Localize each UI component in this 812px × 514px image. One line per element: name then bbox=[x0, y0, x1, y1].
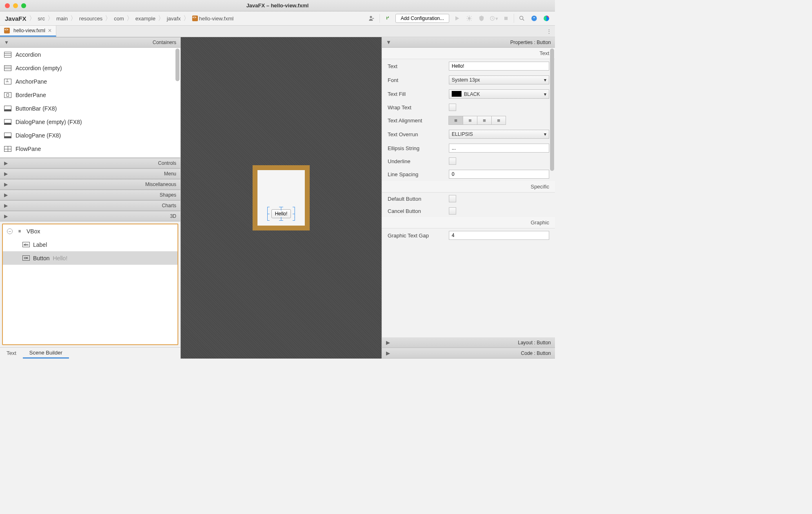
editor-tab[interactable]: hello-view.fxml ✕ bbox=[0, 26, 56, 37]
search-icon[interactable] bbox=[517, 14, 526, 23]
shapes-section-header[interactable]: ▶Shapes bbox=[0, 190, 180, 200]
container-item[interactable]: FlowPane bbox=[0, 142, 180, 155]
breadcrumb-item[interactable]: resources bbox=[78, 16, 103, 22]
prop-label: Wrap Text bbox=[388, 104, 445, 111]
container-item[interactable]: Accordion bbox=[0, 48, 180, 61]
containers-section-header[interactable]: ▼Containers bbox=[0, 37, 180, 48]
breadcrumb-root[interactable]: JavaFX bbox=[4, 15, 27, 22]
section-text-title: Text bbox=[382, 48, 555, 59]
text-mode-tab[interactable]: Text bbox=[0, 348, 23, 359]
prop-label: Graphic Text Gap bbox=[388, 233, 445, 239]
prop-label: Text Alignment bbox=[388, 117, 445, 124]
3d-section-header[interactable]: ▶3D bbox=[0, 211, 180, 222]
run-icon[interactable] bbox=[453, 14, 461, 23]
charts-section-header[interactable]: ▶Charts bbox=[0, 200, 180, 211]
controls-section-header[interactable]: ▶Controls bbox=[0, 158, 180, 168]
main-area: ▼Containers Accordion Accordion (empty) … bbox=[0, 37, 555, 359]
vbox-icon: ☰ bbox=[16, 228, 23, 234]
container-item[interactable]: AnchorPane bbox=[0, 75, 180, 88]
breadcrumb-item[interactable]: javafx bbox=[166, 16, 182, 22]
container-item[interactable]: BorderPane bbox=[0, 88, 180, 102]
tree-node-vbox[interactable]: – ☰ VBox bbox=[3, 224, 177, 238]
prop-label: Cancel Button bbox=[388, 208, 445, 214]
scrollbar[interactable] bbox=[550, 49, 554, 171]
user-icon[interactable] bbox=[367, 14, 376, 23]
fxml-file-icon bbox=[4, 28, 10, 33]
text-overrun-dropdown[interactable]: ELLIPSIS▾ bbox=[449, 130, 549, 139]
containers-list: Accordion Accordion (empty) AnchorPane B… bbox=[0, 48, 180, 158]
borderpane-icon bbox=[4, 92, 11, 98]
chevron-right-icon: ▶ bbox=[4, 171, 9, 177]
chevron-right-icon: ▶ bbox=[4, 182, 9, 187]
debug-icon[interactable] bbox=[465, 14, 474, 23]
underline-checkbox[interactable] bbox=[449, 157, 456, 165]
sync-icon[interactable] bbox=[530, 14, 539, 23]
breadcrumb: JavaFX 〉 src 〉 main 〉 resources 〉 com 〉 … bbox=[4, 14, 234, 23]
container-item[interactable]: DialogPane (FX8) bbox=[0, 128, 180, 142]
ellipsis-input[interactable] bbox=[449, 144, 549, 153]
run-config-button[interactable]: Add Configuration... bbox=[395, 14, 449, 23]
align-justify-button[interactable]: ≡ bbox=[491, 116, 506, 125]
code-header[interactable]: ▶Code : Button bbox=[382, 348, 555, 359]
text-input[interactable] bbox=[449, 62, 549, 71]
chevron-right-icon: 〉 bbox=[183, 14, 190, 23]
svg-point-0 bbox=[370, 16, 372, 18]
breadcrumb-item[interactable]: com bbox=[113, 16, 125, 22]
breadcrumb-item[interactable]: src bbox=[37, 16, 46, 22]
collapse-icon[interactable]: – bbox=[7, 228, 13, 234]
default-button-checkbox[interactable] bbox=[449, 195, 456, 202]
scrollbar[interactable] bbox=[175, 49, 180, 81]
editor-tabbar: hello-view.fxml ✕ ⋮ bbox=[0, 26, 555, 37]
prop-label: Font bbox=[388, 77, 445, 83]
align-left-button[interactable]: ≡ bbox=[448, 116, 463, 125]
breadcrumb-item[interactable]: example bbox=[135, 16, 156, 22]
breadcrumb-file[interactable]: hello-view.fxml bbox=[191, 16, 235, 22]
scene-builder-tab[interactable]: Scene Builder bbox=[23, 348, 69, 359]
chevron-right-icon: 〉 bbox=[105, 14, 111, 23]
preview-button[interactable]: Hello! bbox=[271, 209, 291, 218]
chevron-right-icon: 〉 bbox=[29, 14, 35, 23]
text-fill-dropdown[interactable]: BLACK▾ bbox=[449, 89, 549, 99]
minimize-window-icon[interactable] bbox=[13, 3, 18, 8]
stop-icon[interactable] bbox=[501, 14, 510, 23]
tree-node-label[interactable]: abc Label bbox=[3, 238, 177, 251]
font-dropdown[interactable]: System 13px▾ bbox=[449, 75, 549, 84]
chevron-down-icon: ▾ bbox=[544, 77, 546, 83]
container-item[interactable]: GridPane bbox=[0, 155, 180, 158]
design-canvas[interactable]: ┌┬┐ ├┤ └┴┘ Hello! bbox=[181, 37, 382, 359]
section-graphic-title: Graphic bbox=[382, 217, 555, 228]
maximize-window-icon[interactable] bbox=[21, 3, 26, 8]
tree-node-button[interactable]: OK Button Hello! bbox=[3, 251, 177, 265]
cancel-button-checkbox[interactable] bbox=[449, 207, 456, 215]
coverage-icon[interactable] bbox=[477, 14, 486, 23]
buttonbar-icon bbox=[4, 106, 11, 111]
preview-vbox[interactable]: ┌┬┐ ├┤ └┴┘ Hello! bbox=[257, 170, 305, 226]
label-icon: abc bbox=[22, 242, 30, 247]
ide-icon[interactable] bbox=[542, 14, 551, 23]
misc-section-header[interactable]: ▶Miscellaneous bbox=[0, 179, 180, 190]
close-window-icon[interactable] bbox=[5, 3, 10, 8]
chevron-right-icon: 〉 bbox=[158, 14, 164, 23]
tabbar-menu-icon[interactable]: ⋮ bbox=[543, 26, 555, 37]
breadcrumb-item[interactable]: main bbox=[55, 16, 69, 22]
build-icon[interactable] bbox=[383, 14, 392, 23]
properties-header[interactable]: ▼Properties : Button bbox=[382, 37, 555, 48]
container-item[interactable]: DialogPane (empty) (FX8) bbox=[0, 115, 180, 128]
wrap-text-checkbox[interactable] bbox=[449, 104, 456, 111]
align-center-button[interactable]: ≡ bbox=[463, 116, 477, 125]
graphic-text-gap-input[interactable] bbox=[449, 231, 549, 240]
line-spacing-input[interactable] bbox=[449, 170, 549, 179]
chevron-right-icon: 〉 bbox=[126, 14, 133, 23]
properties-content: Text Text FontSystem 13px▾ Text FillBLAC… bbox=[382, 48, 555, 337]
layout-header[interactable]: ▶Layout : Button bbox=[382, 337, 555, 348]
prop-label: Text Fill bbox=[388, 91, 445, 97]
close-tab-icon[interactable]: ✕ bbox=[48, 28, 52, 33]
container-item[interactable]: Accordion (empty) bbox=[0, 61, 180, 75]
separator bbox=[514, 14, 514, 23]
profile-icon[interactable]: ▾ bbox=[489, 14, 498, 23]
chevron-right-icon: ▶ bbox=[386, 350, 390, 356]
menu-section-header[interactable]: ▶Menu bbox=[0, 168, 180, 179]
chevron-down-icon: ▼ bbox=[4, 40, 9, 45]
align-right-button[interactable]: ≡ bbox=[477, 116, 492, 125]
container-item[interactable]: ButtonBar (FX8) bbox=[0, 102, 180, 115]
